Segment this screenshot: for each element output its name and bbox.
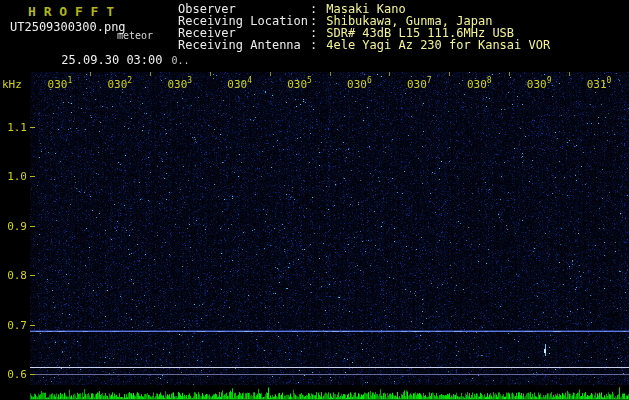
app-title: H R O F F T bbox=[28, 4, 114, 19]
freq-tick-mark bbox=[30, 374, 35, 375]
time-tick-mark bbox=[509, 72, 510, 76]
spectrogram-canvas bbox=[30, 72, 629, 385]
freq-tick-label: 1.0 bbox=[0, 170, 27, 183]
time-tick-label: 0306 bbox=[347, 78, 372, 91]
signal-strip-canvas bbox=[30, 385, 629, 400]
freq-unit-label: kHz bbox=[2, 78, 22, 91]
timestamp-label: 25.09.30 03:000.. bbox=[18, 39, 190, 81]
freq-tick-label: 0.7 bbox=[0, 318, 27, 331]
time-tick-label: 0304 bbox=[227, 78, 252, 91]
info-value: 4ele Yagi Az 230 for Kansai VOR bbox=[319, 39, 550, 51]
spectrogram bbox=[30, 72, 629, 385]
freq-tick-mark bbox=[30, 325, 35, 326]
info-row: Receiving Antenna: 4ele Yagi Az 230 for … bbox=[178, 39, 550, 51]
time-tick-mark bbox=[389, 72, 390, 76]
time-tick-label: 0302 bbox=[107, 78, 132, 91]
timestamp-text: 25.09.30 03:00 bbox=[61, 53, 162, 67]
info-separator: : bbox=[310, 39, 319, 51]
info-key: Receiving Antenna bbox=[178, 39, 310, 51]
freq-tick-label: 0.9 bbox=[0, 219, 27, 232]
hrofft-screen: H R O F F T UT2509300300.png meteor 25.0… bbox=[0, 0, 629, 400]
filename-label: UT2509300300.png bbox=[10, 20, 126, 34]
time-tick-mark bbox=[90, 72, 91, 76]
time-tick-mark bbox=[569, 72, 570, 76]
time-tick-mark bbox=[330, 72, 331, 76]
freq-tick-label: 0.6 bbox=[0, 368, 27, 381]
time-tick-label: 0309 bbox=[527, 78, 552, 91]
signal-level-strip bbox=[30, 385, 629, 400]
freq-tick-label: 0.8 bbox=[0, 269, 27, 282]
time-tick-label: 0310 bbox=[587, 78, 612, 91]
freq-tick-mark bbox=[30, 127, 35, 128]
time-tick-label: 0307 bbox=[407, 78, 432, 91]
time-tick-label: 0308 bbox=[467, 78, 492, 91]
freq-tick-mark bbox=[30, 226, 35, 227]
time-tick-mark bbox=[150, 72, 151, 76]
time-tick-mark bbox=[270, 72, 271, 76]
timestamp-suffix: 0.. bbox=[172, 55, 190, 66]
time-tick-mark bbox=[210, 72, 211, 76]
time-tick-mark bbox=[449, 72, 450, 76]
time-tick-label: 0305 bbox=[287, 78, 312, 91]
freq-tick-mark bbox=[30, 176, 35, 177]
time-tick-label: 0301 bbox=[48, 78, 73, 91]
time-tick-label: 0303 bbox=[167, 78, 192, 91]
freq-tick-mark bbox=[30, 275, 35, 276]
freq-tick-label: 1.1 bbox=[0, 121, 27, 134]
info-table: Observer: Masaki KanoReceiving Location:… bbox=[178, 3, 550, 51]
